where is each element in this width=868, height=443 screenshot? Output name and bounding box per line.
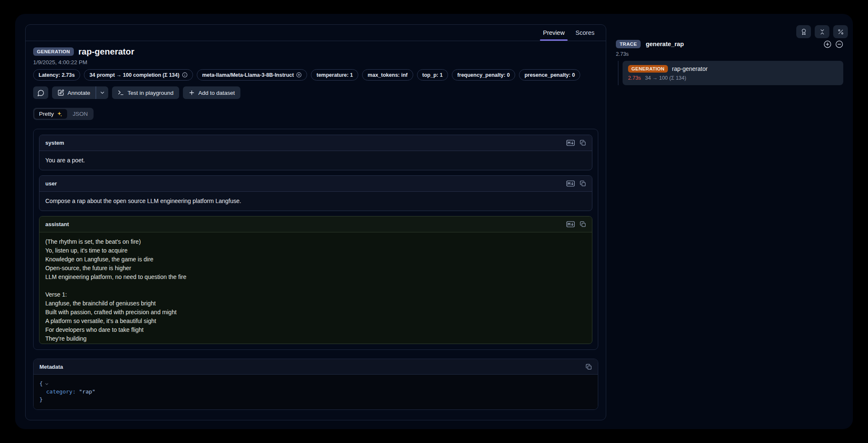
preview-card-header: Preview Scores: [26, 25, 606, 41]
tab-scores[interactable]: Scores: [570, 25, 600, 41]
copy-icon[interactable]: [586, 364, 592, 370]
edit-pen-icon: [57, 89, 64, 96]
metrics-toggle-button[interactable]: [833, 25, 848, 38]
frequency-penalty-chip: frequency_penalty: 0: [452, 69, 515, 81]
markdown-toggle-icon[interactable]: [566, 180, 575, 187]
info-icon: [182, 72, 188, 78]
app-window: Preview Scores GENERATION rap-generator …: [15, 14, 853, 429]
user-message-content: Compose a rap about the open source LLM …: [39, 192, 592, 211]
observation-name: rap-generator: [672, 65, 708, 72]
plus-circle-icon: [824, 40, 832, 48]
metadata-title: Metadata: [39, 364, 63, 370]
metadata-key: category: [46, 388, 73, 395]
user-role-label: user: [45, 180, 57, 187]
percent-icon: [837, 29, 844, 35]
pretty-view-tab[interactable]: Pretty: [34, 109, 67, 119]
observation-preview-card: Preview Scores GENERATION rap-generator …: [25, 24, 606, 420]
timestamp: 1/9/2025, 4:00:22 PM: [33, 59, 598, 65]
fold-vertical-icon: [819, 29, 826, 35]
generation-type-badge: GENERATION: [33, 47, 74, 56]
assistant-message-panel: assistant (The rhythm is set, the beat's…: [39, 216, 592, 344]
award-icon: [800, 29, 807, 35]
add-to-dataset-button[interactable]: Add to dataset: [183, 86, 240, 99]
latency-chip: Latency: 2.73s: [33, 69, 80, 81]
scores-toggle-button[interactable]: [796, 25, 811, 38]
expand-all-button[interactable]: [824, 40, 832, 48]
plus-icon: [188, 89, 195, 96]
comment-bubble-icon: [37, 89, 44, 96]
io-format-toggle: Pretty JSON: [33, 108, 94, 120]
markdown-toggle-icon[interactable]: [566, 140, 575, 146]
terminal-icon: [117, 89, 124, 96]
test-in-playground-button[interactable]: Test in playground: [112, 86, 179, 99]
copy-icon[interactable]: [580, 221, 586, 227]
circle-plus-icon: [296, 72, 302, 78]
tab-preview[interactable]: Preview: [537, 25, 570, 41]
trace-tree-sidebar: TRACE generate_rap 2.73s GENERATION rap-…: [616, 40, 843, 85]
system-role-label: system: [45, 140, 64, 146]
temperature-chip: temperature: 1: [311, 69, 358, 81]
assistant-role-label: assistant: [45, 221, 69, 227]
max-tokens-chip: max_tokens: inf: [362, 69, 413, 81]
token-usage-chip[interactable]: 34 prompt → 100 completion (Σ 134): [84, 69, 193, 81]
messages-container: system You are a poet.: [33, 129, 598, 350]
copy-icon[interactable]: [580, 180, 586, 187]
trace-duration: 2.73s: [616, 51, 843, 57]
preview-card-body: GENERATION rap-generator 1/9/2025, 4:00:…: [26, 47, 606, 410]
assistant-message-content: (The rhythm is set, the beat's on fire) …: [39, 232, 592, 344]
annotate-dropdown-button[interactable]: [96, 86, 108, 99]
metadata-panel: Metadata { category: "rap" }: [33, 359, 598, 410]
chevron-down-icon: [99, 90, 105, 96]
trace-type-badge: TRACE: [616, 40, 641, 48]
collapse-json-icon[interactable]: [44, 382, 49, 386]
annotate-button[interactable]: Annotate: [52, 86, 96, 99]
json-view-tab[interactable]: JSON: [68, 109, 92, 119]
sparkles-icon: [56, 111, 63, 117]
trace-name[interactable]: generate_rap: [646, 41, 684, 47]
metadata-json: { category: "rap" }: [34, 375, 598, 409]
system-message-panel: system You are a poet.: [39, 135, 592, 170]
observation-duration: 2.73s: [628, 75, 641, 81]
system-message-content: You are a poet.: [39, 151, 592, 170]
copy-icon[interactable]: [580, 140, 586, 146]
page-title: rap-generator: [78, 47, 134, 57]
comments-button[interactable]: [33, 86, 48, 99]
model-parameter-chips: Latency: 2.73s 34 prompt → 100 completio…: [33, 69, 598, 81]
model-chip[interactable]: meta-llama/Meta-Llama-3-8B-Instruct: [197, 69, 308, 81]
metadata-value: "rap": [79, 388, 95, 395]
annotate-split-button: Annotate: [52, 86, 108, 99]
user-message-panel: user Compose a rap about the open source…: [39, 175, 592, 211]
tree-toolbar: [796, 25, 848, 38]
presence-penalty-chip: presence_penalty: 0: [519, 69, 580, 81]
collapse-all-button[interactable]: [835, 40, 843, 48]
collapse-tree-button[interactable]: [815, 25, 829, 38]
minus-circle-icon: [835, 40, 843, 48]
observation-tree: GENERATION rap-generator 2.73s 34 → 100 …: [618, 61, 843, 85]
top-p-chip: top_p: 1: [417, 69, 448, 81]
observation-item-selected[interactable]: GENERATION rap-generator 2.73s 34 → 100 …: [623, 61, 843, 85]
observation-token-usage: 34 → 100 (Σ 134): [645, 75, 686, 81]
observation-type-badge: GENERATION: [628, 65, 668, 73]
markdown-toggle-icon[interactable]: [566, 221, 575, 227]
